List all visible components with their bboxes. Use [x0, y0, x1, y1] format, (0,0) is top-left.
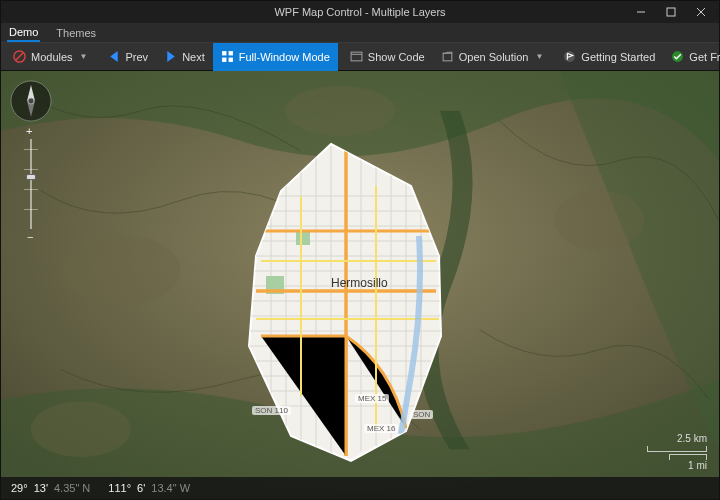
show-code-button[interactable]: Show Code — [342, 43, 433, 71]
window-title: WPF Map Control - Multiple Layers — [274, 6, 445, 18]
zoom-slider[interactable]: + − — [24, 129, 38, 239]
svg-point-25 — [285, 86, 395, 136]
lon-deg: 111° — [108, 482, 131, 494]
svg-rect-11 — [228, 58, 232, 62]
menu-demo[interactable]: Demo — [7, 24, 40, 42]
compass-control[interactable] — [9, 79, 53, 123]
prev-label: Prev — [126, 51, 149, 63]
prev-button[interactable]: Prev — [100, 43, 157, 71]
zoom-thumb[interactable] — [26, 174, 36, 180]
svg-point-59 — [28, 98, 34, 104]
close-button[interactable] — [687, 3, 715, 21]
scale-km-label: 2.5 km — [647, 433, 707, 444]
zoom-tick — [24, 149, 38, 150]
scale-bar: 2.5 km 1 mi — [647, 433, 707, 471]
maximize-button[interactable] — [657, 3, 685, 21]
svg-point-16 — [672, 51, 683, 62]
lat-sec-dir: 4.35" N — [54, 482, 90, 494]
zoom-tick — [24, 189, 38, 190]
scale-mi-label: 1 mi — [647, 460, 707, 471]
zoom-track — [30, 139, 32, 229]
support-icon — [671, 50, 684, 63]
chevron-down-icon: ▼ — [535, 52, 543, 61]
show-code-label: Show Code — [368, 51, 425, 63]
titlebar: WPF Map Control - Multiple Layers — [1, 1, 719, 23]
zoom-tick — [24, 209, 38, 210]
getting-started-button[interactable]: Getting Started — [555, 43, 663, 71]
map-viewport[interactable]: Hermosillo SON 110 MEX 15 MEX 16 SON + −… — [1, 71, 719, 499]
flag-icon — [563, 50, 576, 63]
prev-icon — [108, 50, 121, 63]
zoom-in-icon[interactable]: + — [26, 125, 32, 137]
scale-line-mi — [669, 454, 707, 460]
getting-started-label: Getting Started — [581, 51, 655, 63]
full-window-label: Full-Window Mode — [239, 51, 330, 63]
svg-rect-10 — [222, 58, 226, 62]
svg-point-24 — [554, 190, 644, 250]
get-support-label: Get Free Support — [689, 51, 720, 63]
lat-min: 13' — [34, 482, 48, 494]
open-solution-label: Open Solution — [459, 51, 529, 63]
street-map-overlay-layer — [201, 136, 481, 466]
svg-rect-55 — [296, 231, 310, 245]
open-solution-button[interactable]: Open Solution▼ — [433, 43, 552, 71]
road-label-son: SON — [410, 410, 433, 419]
menubar: Demo Themes — [1, 23, 719, 43]
svg-rect-12 — [351, 52, 362, 61]
next-button[interactable]: Next — [156, 43, 213, 71]
coordinate-bar: 29° 13' 4.35" N 111° 6' 13.4" W — [1, 477, 719, 499]
svg-rect-8 — [222, 51, 226, 55]
modules-label: Modules — [31, 51, 73, 63]
svg-point-23 — [31, 401, 131, 457]
no-entry-icon — [13, 50, 26, 63]
toolbar: Modules▼ Prev Next Full-Window Mode Show… — [1, 43, 719, 71]
svg-line-5 — [16, 53, 23, 60]
svg-marker-7 — [167, 51, 175, 62]
city-label: Hermosillo — [331, 276, 388, 290]
next-icon — [164, 50, 177, 63]
zoom-out-icon[interactable]: − — [27, 231, 33, 243]
road-label-mex15: MEX 15 — [355, 394, 389, 403]
lon-min: 6' — [137, 482, 145, 494]
lat-deg: 29° — [11, 482, 28, 494]
svg-rect-1 — [667, 8, 675, 16]
zoom-tick — [24, 169, 38, 170]
road-label-son110: SON 110 — [252, 406, 291, 415]
svg-point-22 — [61, 235, 181, 305]
svg-marker-6 — [110, 51, 118, 62]
menu-themes[interactable]: Themes — [54, 25, 98, 41]
solution-icon — [441, 50, 454, 63]
scale-line-km — [647, 446, 707, 452]
get-support-button[interactable]: Get Free Support — [663, 43, 720, 71]
fullscreen-icon — [221, 50, 234, 63]
lon-sec-dir: 13.4" W — [151, 482, 190, 494]
road-label-mex16: MEX 16 — [364, 424, 398, 433]
full-window-mode-button[interactable]: Full-Window Mode — [213, 43, 338, 71]
svg-rect-14 — [443, 53, 452, 61]
svg-rect-9 — [228, 51, 232, 55]
modules-button[interactable]: Modules▼ — [5, 43, 96, 71]
code-icon — [350, 50, 363, 63]
chevron-down-icon: ▼ — [80, 52, 88, 61]
next-label: Next — [182, 51, 205, 63]
minimize-button[interactable] — [627, 3, 655, 21]
